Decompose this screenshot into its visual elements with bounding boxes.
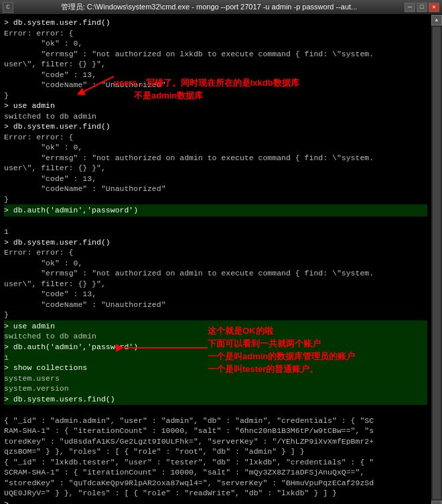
titlebar: C 管理员: C:\Windows\system32\cmd.exe - mon… [0, 0, 442, 15]
window: C 管理员: C:\Windows\system32\cmd.exe - mon… [0, 0, 442, 504]
scrollbar-up-button[interactable]: ▲ [431, 15, 442, 25]
minimize-button[interactable]: — [404, 3, 415, 12]
close-button[interactable]: ✕ [429, 3, 439, 12]
terminal-text: > db.system.user.find() Error: error: { … [4, 17, 427, 504]
titlebar-buttons: — □ ✕ [404, 3, 439, 12]
maximize-button[interactable]: □ [417, 3, 427, 12]
terminal-content: > db.system.user.find() Error: error: { … [4, 17, 427, 504]
terminal[interactable]: > db.system.user.find() Error: error: { … [0, 15, 442, 504]
scrollbar-thumb[interactable] [433, 27, 441, 499]
scrollbar-down-button[interactable]: ▼ [431, 501, 442, 504]
titlebar-title: 管理员: C:\Windows\system32\cmd.exe - mongo… [13, 2, 404, 12]
app-icon-label: C [6, 4, 9, 11]
app-icon: C [3, 2, 13, 13]
scrollbar[interactable]: ▲ ▼ [431, 15, 442, 504]
